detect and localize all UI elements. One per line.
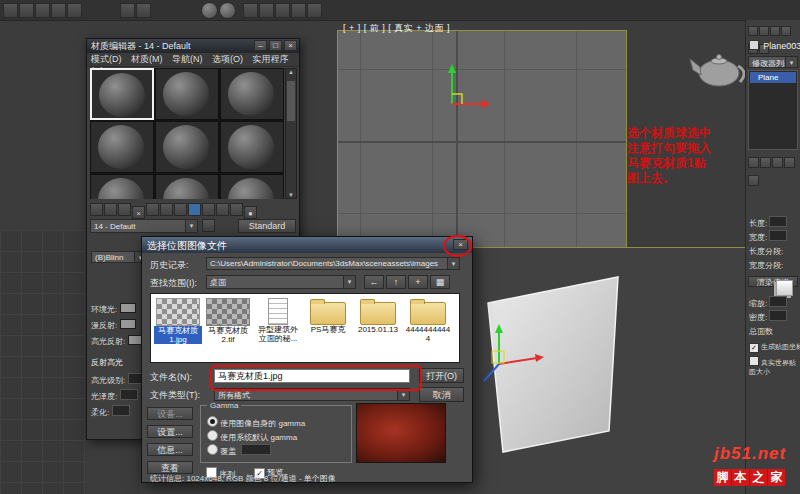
toolbar-icon[interactable] — [291, 3, 306, 18]
make-unique-icon[interactable] — [772, 157, 783, 168]
object-color-swatch[interactable] — [749, 40, 759, 50]
info-button[interactable]: 信息... — [147, 443, 193, 456]
material-slot[interactable] — [90, 174, 154, 199]
gamma-override-field[interactable] — [241, 444, 271, 455]
toolbar-icon[interactable] — [243, 3, 258, 18]
up-one-level-icon[interactable]: ↑ — [386, 275, 406, 289]
put-to-library-icon[interactable] — [160, 203, 173, 216]
material-name-dropdown[interactable]: 14 - Default ▾ — [90, 219, 198, 233]
file-item[interactable]: 2015.01.13 — [354, 296, 402, 360]
material-type-button[interactable]: Standard — [238, 219, 296, 233]
device-button[interactable]: 设备... — [147, 407, 193, 420]
toolbar-icon[interactable] — [3, 3, 18, 18]
width-spinner[interactable] — [769, 230, 787, 241]
modifier-list-dropdown[interactable]: 修改器列表 ▾ — [748, 56, 798, 68]
render-teapot-icon[interactable] — [219, 2, 236, 19]
file-item[interactable]: 马赛克材质1.jpg — [154, 296, 202, 360]
diffuse-color-swatch[interactable] — [120, 319, 136, 329]
toolbar-icon[interactable] — [120, 3, 135, 18]
close-icon[interactable]: × — [284, 40, 297, 51]
toolbar-icon[interactable] — [307, 3, 322, 18]
material-slot[interactable] — [220, 121, 284, 173]
modifier-stack-item[interactable]: Plane — [750, 72, 796, 83]
minimize-icon[interactable]: – — [254, 40, 267, 51]
toolbar-icon[interactable] — [35, 3, 50, 18]
open-button[interactable]: 打开(O) — [419, 368, 464, 383]
create-tab-icon[interactable] — [748, 26, 758, 36]
material-id-icon[interactable] — [174, 203, 187, 216]
material-slot[interactable] — [220, 68, 284, 120]
menu-material[interactable]: 材质(M) — [131, 54, 163, 64]
file-item[interactable]: 异型建筑外立面的秘... — [254, 296, 302, 360]
assign-material-icon[interactable] — [118, 203, 131, 216]
material-slot[interactable] — [90, 121, 154, 173]
radio-gamma-override[interactable]: 覆盖 — [207, 444, 271, 457]
modify-tab-icon[interactable] — [759, 26, 769, 36]
reset-map-icon[interactable]: × — [132, 206, 145, 219]
checkbox-map-coords[interactable]: ✓生成贴图坐标 — [749, 342, 800, 353]
scale-spinner[interactable] — [769, 296, 787, 307]
make-unique-icon[interactable] — [146, 203, 159, 216]
close-icon[interactable]: × — [453, 239, 468, 250]
scroll-up-icon[interactable]: ▲ — [286, 69, 296, 75]
history-dropdown[interactable]: C:\Users\Administrator\Documents\3dsMax\… — [206, 257, 460, 270]
hierarchy-tab-icon[interactable] — [770, 26, 780, 36]
material-slot[interactable] — [155, 121, 219, 173]
render-setup-icon[interactable] — [201, 2, 218, 19]
file-item[interactable]: PS马赛克 — [304, 296, 352, 360]
pick-material-icon[interactable] — [202, 219, 215, 232]
material-slot[interactable] — [90, 68, 154, 120]
new-folder-icon[interactable]: + — [408, 275, 428, 289]
remove-modifier-icon[interactable] — [784, 157, 795, 168]
scroll-down-icon[interactable]: ▼ — [286, 192, 296, 198]
pin-stack-icon[interactable] — [748, 157, 759, 168]
show-end-result-icon[interactable] — [760, 157, 771, 168]
glossiness-field[interactable] — [120, 389, 138, 400]
toolbar-icon[interactable] — [19, 3, 34, 18]
configure-sets-icon[interactable] — [748, 175, 759, 186]
show-end-result-icon[interactable] — [202, 203, 215, 216]
slots-scrollbar[interactable]: ▲ ▼ — [285, 68, 297, 199]
filetype-dropdown[interactable]: 所有格式 ▾ — [214, 388, 410, 401]
view-menu-icon[interactable]: ▦ — [430, 275, 450, 289]
dialog-titlebar[interactable]: 选择位图图像文件 × — [142, 237, 472, 253]
length-spinner[interactable] — [769, 216, 787, 227]
filename-input[interactable] — [214, 369, 410, 383]
checkbox-real-world[interactable]: 真实世界贴图大小 — [749, 356, 799, 376]
soften-field[interactable] — [112, 405, 130, 416]
toolbar-icon[interactable] — [259, 3, 274, 18]
ambient-color-swatch[interactable] — [120, 303, 136, 313]
viewport-ortho[interactable] — [0, 230, 86, 494]
material-slot[interactable] — [155, 174, 219, 199]
material-slot[interactable] — [220, 174, 284, 199]
radio-gamma-image[interactable]: 使用图像自身的 gamma — [207, 416, 305, 429]
menu-options[interactable]: 选项(O) — [212, 54, 243, 64]
maximize-icon[interactable]: □ — [269, 40, 282, 51]
toolbar-icon[interactable] — [51, 3, 66, 18]
lookin-dropdown[interactable]: 桌面 ▾ — [206, 275, 356, 289]
setup-button[interactable]: 设置... — [147, 425, 193, 438]
show-map-in-viewport-icon[interactable] — [188, 203, 201, 216]
toolbar-icon[interactable] — [275, 3, 290, 18]
density-spinner[interactable] — [769, 310, 787, 321]
radio-gamma-system[interactable]: 使用系统默认 gamma — [207, 430, 297, 443]
viewport-front[interactable] — [337, 30, 627, 249]
toolbar-icon[interactable] — [67, 3, 82, 18]
scrollbar-thumb[interactable] — [287, 81, 295, 121]
toolbar-icon[interactable] — [136, 3, 151, 18]
menu-mode[interactable]: 模式(D) — [91, 54, 122, 64]
put-to-scene-icon[interactable] — [104, 203, 117, 216]
viewport-label[interactable]: [ + ] [ 前 ] [ 真实 + 边面 ] — [343, 22, 450, 35]
back-icon[interactable]: ← — [364, 275, 384, 289]
material-editor-titlebar[interactable]: 材质编辑器 - 14 - Default – □ × — [87, 39, 299, 53]
go-to-parent-icon[interactable] — [216, 203, 229, 216]
sample-type-icon[interactable]: ● — [244, 206, 257, 219]
file-item[interactable]: 马赛克材质2.tif — [204, 296, 252, 360]
file-item[interactable]: 44444444444 — [404, 296, 452, 360]
cancel-button[interactable]: 取消 — [419, 387, 464, 402]
shader-dropdown[interactable]: (B)Blinn ▾ — [91, 251, 147, 263]
material-slot[interactable] — [155, 68, 219, 120]
go-forward-icon[interactable] — [230, 203, 243, 216]
motion-tab-icon[interactable] — [781, 26, 791, 36]
menu-navigation[interactable]: 导航(N) — [172, 54, 203, 64]
